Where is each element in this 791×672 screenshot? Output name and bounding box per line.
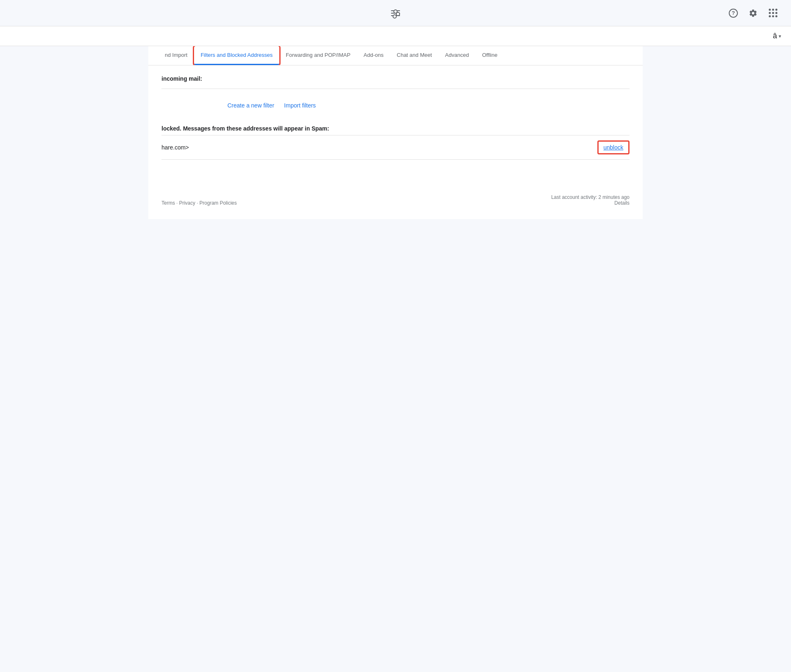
footer-details-link[interactable]: Details xyxy=(614,200,630,206)
account-icon: â xyxy=(773,32,777,40)
footer-policies-link[interactable]: Program Policies xyxy=(199,200,237,206)
gear-icon xyxy=(749,9,758,18)
footer: Terms · Privacy · Program Policies Last … xyxy=(148,170,643,219)
settings-button[interactable] xyxy=(745,5,761,21)
search-controls-button[interactable] xyxy=(387,5,404,21)
filter-actions: Create a new filter Import filters xyxy=(227,102,630,109)
create-filter-button[interactable]: Create a new filter xyxy=(227,102,274,109)
tab-offline[interactable]: Offline xyxy=(475,46,504,65)
tab-chat-meet[interactable]: Chat and Meet xyxy=(390,46,438,65)
grid-icon xyxy=(769,9,777,17)
tabs-navigation: nd Import Filters and Blocked Addresses … xyxy=(148,46,643,65)
footer-terms-link[interactable]: Terms xyxy=(161,200,175,206)
apps-button[interactable] xyxy=(765,5,781,21)
chevron-down-icon: ▾ xyxy=(779,33,781,39)
topbar-center xyxy=(387,5,404,21)
sliders-icon xyxy=(391,10,400,16)
footer-right: Last account activity: 2 minutes ago Det… xyxy=(551,194,630,206)
topbar-right: ? xyxy=(725,5,781,21)
tab-forwarding-pop[interactable]: Forwarding and POP/IMAP xyxy=(279,46,357,65)
tab-advanced[interactable]: Advanced xyxy=(438,46,475,65)
footer-separator-1: · xyxy=(176,200,179,206)
account-button[interactable]: â ▾ xyxy=(773,32,781,40)
incoming-mail-divider xyxy=(161,89,630,89)
tab-send-import[interactable]: nd Import xyxy=(158,46,194,65)
blocked-address: hare.com> xyxy=(161,144,189,151)
content-section: incoming mail: Create a new filter Impor… xyxy=(148,65,643,170)
footer-activity-text: Last account activity: 2 minutes ago xyxy=(551,194,630,200)
footer-left: Terms · Privacy · Program Policies xyxy=(161,200,237,206)
help-button[interactable]: ? xyxy=(725,5,742,21)
account-row: â ▾ xyxy=(0,26,791,46)
main-container: nd Import Filters and Blocked Addresses … xyxy=(148,46,643,219)
blocked-title: locked. Messages from these addresses wi… xyxy=(161,125,630,132)
tab-add-ons[interactable]: Add-ons xyxy=(357,46,390,65)
tab-filters-blocked[interactable]: Filters and Blocked Addresses xyxy=(194,46,279,65)
blocked-section: locked. Messages from these addresses wi… xyxy=(161,125,630,160)
incoming-mail-section: incoming mail: xyxy=(161,75,630,89)
import-filters-button[interactable]: Import filters xyxy=(284,102,316,109)
footer-details-text: Details xyxy=(551,200,630,206)
footer-privacy-link[interactable]: Privacy xyxy=(179,200,195,206)
help-icon: ? xyxy=(729,9,738,18)
unblock-button[interactable]: unblock xyxy=(597,140,630,154)
blocked-row: hare.com> unblock xyxy=(161,135,630,160)
topbar: ? xyxy=(0,0,791,26)
incoming-mail-title: incoming mail: xyxy=(161,75,630,82)
